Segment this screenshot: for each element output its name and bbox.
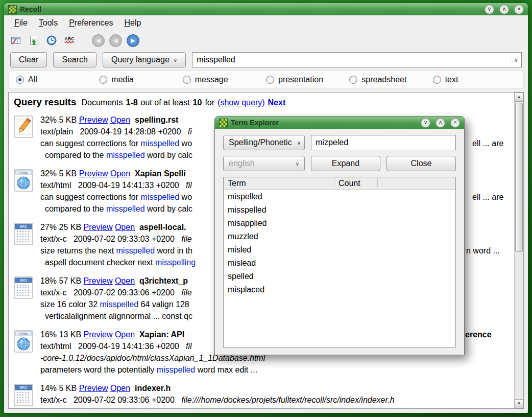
count-column-header[interactable]: Count (334, 177, 455, 190)
clear-search-icon[interactable] (9, 34, 22, 47)
scrollbar-thumb[interactable] (515, 103, 523, 252)
preview-link[interactable]: Preview (79, 169, 108, 178)
result-date: 2009-04-19 14:41:36 +0200 (78, 342, 179, 351)
expansion-mode-dropdown[interactable]: Spelling/Phonetic ∨ (223, 135, 305, 150)
open-link[interactable]: Open (115, 276, 135, 285)
result-url: fil (186, 342, 192, 351)
chevron-down-icon: ∨ (297, 140, 301, 146)
search-button[interactable]: Search (53, 52, 96, 67)
snippet-text: compared to the (40, 151, 106, 159)
radio-icon (266, 76, 274, 84)
open-link[interactable]: Open (110, 384, 130, 392)
preview-link[interactable]: Preview (84, 223, 113, 231)
minimize-icon[interactable]: ∨ (485, 5, 494, 14)
result-url: file (181, 235, 191, 243)
scroll-up-icon[interactable]: ▲ (515, 92, 523, 102)
text-plain-icon (14, 114, 34, 161)
preview-link[interactable]: Preview (84, 330, 113, 339)
next-page-icon[interactable]: ▶ (127, 34, 139, 47)
term-explorer-icon[interactable]: ABC (63, 34, 76, 47)
term-table-header[interactable]: Term Count (224, 177, 455, 190)
truncated-fragment: ell ... are (472, 191, 503, 203)
preview-link[interactable]: Preview (79, 384, 108, 392)
open-link[interactable]: Open (110, 169, 130, 178)
open-link[interactable]: Open (110, 115, 130, 124)
result-mimetype: text/plain (40, 127, 73, 136)
result-snippet: can suggest corrections for misspelled w… (40, 191, 192, 203)
source-icon: SRC (14, 221, 34, 268)
term-column-header[interactable]: Term (224, 177, 334, 190)
menu-file[interactable]: File (9, 17, 33, 29)
term-row[interactable]: spelled (224, 270, 455, 283)
menu-help[interactable]: Help (119, 17, 146, 29)
result-meta: text/html 2009-04-19 14:41:33 +0200 fil (40, 179, 192, 191)
window-titlebar[interactable]: Recoll ∨ ∧ × (4, 3, 528, 15)
spell-icon-text: ABC (64, 36, 75, 41)
svg-text:HTML: HTML (19, 171, 28, 174)
menu-tools[interactable]: Tools (34, 17, 63, 29)
filter-media[interactable]: media (99, 75, 182, 84)
scroll-down-icon[interactable]: ▼ (515, 399, 523, 408)
save-query-icon[interactable] (27, 34, 40, 47)
open-link[interactable]: Open (115, 223, 135, 231)
close-button[interactable]: Close (386, 156, 456, 171)
result-snippet: can suggest corrections for misspelled w… (40, 137, 192, 149)
term-row[interactable]: mislead (224, 257, 455, 270)
prev-page-icon[interactable]: ◀ (109, 34, 122, 47)
filter-text[interactable]: text (433, 75, 516, 84)
filter-message[interactable]: message (183, 75, 266, 84)
history-icon[interactable] (45, 34, 58, 47)
show-query-link[interactable]: (show query) (217, 98, 264, 107)
result-text: 14% 5 KB Preview Open indexer.htext/x-c … (40, 382, 395, 409)
scrollbar-track[interactable] (515, 102, 523, 399)
query-language-dropdown[interactable]: Query language ∨ (103, 52, 186, 67)
filter-label: All (28, 75, 37, 84)
snippet-text: can suggest corrections for (40, 139, 141, 148)
html-icon: HTML (14, 329, 34, 376)
truncated-fragment: ell ... are (472, 137, 503, 149)
preview-link[interactable]: Preview (84, 276, 113, 285)
expand-button[interactable]: Expand (311, 156, 380, 171)
column-resize-handle[interactable] (377, 179, 378, 187)
result-relevance: 27% (40, 223, 57, 231)
term-row[interactable]: muzzled (224, 230, 455, 243)
dialog-titlebar[interactable]: Term Explorer ∨ ∧ × (215, 117, 464, 129)
close-icon[interactable]: × (450, 118, 460, 128)
term-rows: mispelledmisspelledmisappliedmuzzledmisl… (224, 190, 455, 296)
term-row[interactable]: mispelled (224, 190, 455, 203)
toolbar-separator (84, 34, 84, 47)
result-headline: 32% 5 KB Preview Open Xapian Spelli (40, 168, 192, 179)
snippet-text: word max edit ... (195, 365, 257, 374)
open-link[interactable]: Open (115, 330, 135, 339)
filter-spreadsheet[interactable]: spreadsheet (349, 75, 432, 84)
menu-preferences[interactable]: Preferences (64, 17, 118, 29)
result-relevance: 16% (40, 330, 57, 339)
back-icon[interactable]: ◀ (92, 34, 105, 47)
snippet-text: wo (179, 139, 192, 148)
next-page-link[interactable]: Next (268, 98, 286, 107)
search-history-dropdown-icon[interactable]: ∨ (511, 57, 521, 63)
filter-all[interactable]: All (16, 75, 99, 84)
result-title: spelling.rst (135, 115, 178, 124)
term-input[interactable] (311, 135, 456, 150)
search-row: Clear Search Query language ∨ ∨ (4, 50, 528, 70)
clear-button[interactable]: Clear (10, 52, 47, 67)
minimize-icon[interactable]: ∨ (421, 118, 430, 128)
term-row[interactable]: misspelled (224, 203, 455, 217)
preview-link[interactable]: Preview (79, 115, 108, 124)
maximize-icon[interactable]: ∧ (499, 5, 509, 14)
search-input[interactable] (192, 55, 511, 64)
result-size: 5 KB (59, 384, 77, 392)
maximize-icon[interactable]: ∧ (436, 118, 445, 128)
term-row[interactable]: misled (224, 243, 455, 257)
filter-presentation[interactable]: presentation (266, 75, 349, 84)
radio-icon (99, 76, 107, 84)
summary-of: out of at least (141, 98, 190, 107)
radio-icon (183, 76, 191, 84)
term-row[interactable]: misplaced (224, 283, 455, 296)
result-text: 32% 5 KB Preview Open spelling.rsttext/p… (40, 114, 192, 161)
language-dropdown[interactable]: english ∨ (223, 156, 305, 171)
close-icon[interactable]: × (514, 5, 524, 14)
term-row[interactable]: misapplied (224, 217, 455, 230)
results-scrollbar[interactable]: ▲ ▼ (514, 92, 523, 408)
